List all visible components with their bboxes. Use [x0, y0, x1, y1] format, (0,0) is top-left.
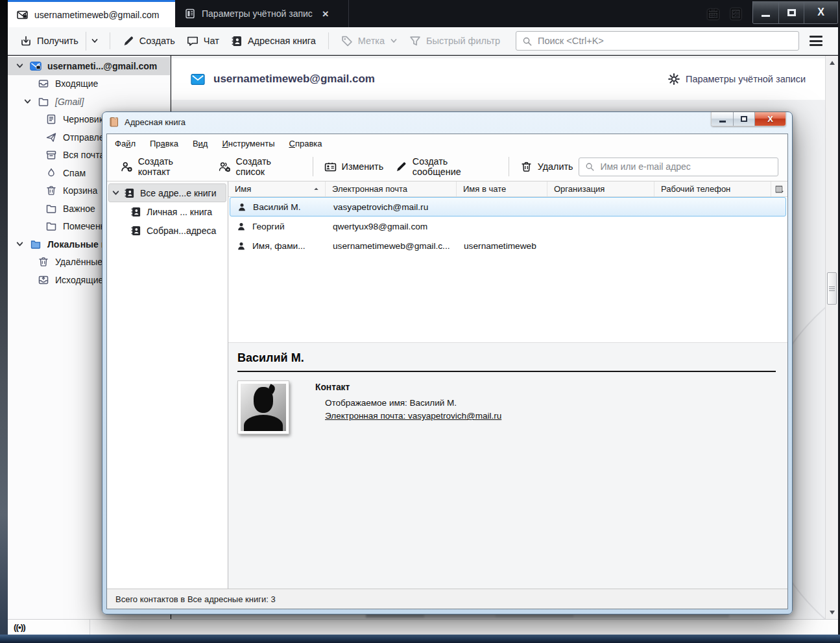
contact-cell [655, 236, 786, 255]
chevron-icon[interactable] [16, 62, 24, 70]
compose-label: Создать [139, 36, 175, 46]
chat-button[interactable]: Чат [181, 32, 225, 51]
contact-row[interactable]: Имя, фами...usernametimeweb@gmail.c...us… [230, 236, 786, 255]
abook-tree-item-all-books[interactable]: Все адре...е книги [108, 183, 226, 202]
sort-asc-icon [313, 185, 320, 193]
archive-icon [45, 150, 57, 160]
global-search-input[interactable] [536, 35, 793, 47]
tab-account-settings[interactable]: Параметры учётной запис× [175, 0, 349, 27]
trash-icon [38, 257, 49, 267]
settings-card-icon [184, 8, 196, 19]
chevron-icon[interactable] [23, 97, 32, 106]
tab-bar: usernametimeweb@gmail.comПараметры учётн… [8, 0, 838, 27]
sidebar-item-account[interactable]: usernameti...@gmail.com [8, 57, 170, 75]
sidebar-item-label: Помеченн [63, 221, 105, 231]
compose-button[interactable]: Создать [117, 32, 181, 51]
app-menu-button[interactable] [810, 36, 822, 46]
contact-detail-heading: Василий М. [237, 351, 776, 372]
contact-cell [549, 198, 656, 216]
contact-cell: Имя, фами... [230, 236, 326, 255]
scroll-up-arrow[interactable] [826, 57, 838, 68]
ab-close-button[interactable]: X [754, 112, 786, 126]
account-settings-link[interactable]: Параметры учётной записи [668, 73, 806, 85]
create-list-button[interactable]: Создать список [213, 152, 307, 181]
column-header-4[interactable]: Рабочий телефон [654, 181, 771, 196]
tab-label: usernametimeweb@gmail.com [34, 10, 159, 20]
ab-maximize-button[interactable] [733, 112, 754, 126]
tab-label: Параметры учётной запис [202, 8, 313, 19]
maximize-button[interactable] [778, 1, 804, 23]
sidebar-item-label: Спам [63, 168, 86, 178]
sidebar-item-label: [Gmail] [55, 97, 84, 107]
sidebar-item-gmail[interactable]: [Gmail] [8, 93, 170, 111]
window-frame-left [0, 0, 8, 643]
vertical-scrollbar[interactable] [825, 56, 838, 619]
column-picker-button[interactable] [771, 181, 787, 196]
contact-cell-text: qwertyux98@gmail.com [333, 222, 427, 231]
address-book-label: Адресная книга [248, 36, 316, 46]
tasks-icon[interactable] [730, 8, 742, 20]
contact-count-label: Всего контактов в Все адресные книги: 3 [115, 594, 276, 604]
abook-tree-item-personal-book[interactable]: Личная ... книга [108, 202, 226, 221]
menu-edit[interactable]: Правка [150, 139, 178, 148]
close-button[interactable]: X [804, 1, 837, 23]
tab-close-icon[interactable]: × [322, 8, 329, 19]
calendar-icon[interactable] [707, 8, 719, 20]
menu-tools[interactable]: Инструменты [222, 139, 274, 148]
sidebar-item-inbox[interactable]: Входящие [8, 75, 170, 93]
write-message-button[interactable]: Создать сообщение [389, 152, 503, 181]
abook-icon [130, 207, 141, 217]
window-controls: X [752, 1, 838, 24]
contact-search-input[interactable] [599, 161, 772, 172]
sidebar-item-label: Исходящие [55, 275, 103, 285]
contact-table-header: ИмяЭлектронная почтаИмя в чатеОрганизаци… [228, 181, 787, 197]
create-contact-button[interactable]: Создать контакт [115, 152, 213, 181]
get-mail-button[interactable]: Получить [14, 32, 84, 51]
address-book-button[interactable]: Адресная книга [225, 32, 322, 51]
sidebar-item-label: Вся почта [63, 150, 104, 160]
contact-cell [655, 216, 786, 236]
scrollbar-thumb[interactable] [827, 272, 837, 305]
scroll-down-arrow[interactable] [826, 607, 838, 618]
tab-mail[interactable]: usernametimeweb@gmail.com [8, 0, 175, 27]
chevron-icon[interactable] [16, 240, 24, 248]
menu-file[interactable]: Файл [115, 139, 136, 148]
sidebar-item-label: Черновик [63, 114, 103, 124]
delete-button[interactable]: Удалить [514, 158, 579, 176]
column-header-0[interactable]: Имя [228, 181, 325, 196]
contact-row[interactable]: Василий М.vasyapetrovich@mail.ru [230, 197, 786, 216]
column-header-3[interactable]: Организация [547, 181, 654, 196]
contact-avatar [237, 380, 289, 434]
minimize-button[interactable] [753, 1, 778, 23]
edit-button[interactable]: Изменить [318, 158, 390, 176]
online-status-icon: ((•)) [14, 622, 25, 632]
contact-email-link[interactable]: Электронная почта: vasyapetrovich@mail.r… [325, 411, 501, 421]
chevron-down-icon [390, 37, 398, 45]
menu-view[interactable]: Вид [193, 139, 208, 148]
column-header-label: Организация [554, 184, 605, 194]
sidebar-item-label: Удалённые [55, 257, 102, 267]
button-label: Изменить [342, 161, 384, 172]
sidebar-item-label: Корзина [63, 185, 97, 196]
inbox-icon [38, 78, 49, 89]
column-header-1[interactable]: Электронная почта [325, 181, 456, 196]
online-status[interactable]: ((•)) [8, 620, 90, 635]
spam-icon [45, 168, 57, 178]
contact-cell: vasyapetrovich@mail.ru [327, 198, 458, 216]
get-mail-dropdown[interactable] [86, 32, 103, 51]
column-header-2[interactable]: Имя в чате [456, 181, 547, 196]
abook-tree-item-collected-addresses[interactable]: Собран...адреса [108, 221, 226, 240]
folder-blue-icon [30, 239, 42, 250]
chevron-icon[interactable] [112, 189, 120, 197]
tree-item-label: Все адре...е книги [140, 188, 217, 198]
address-book-titlebar[interactable]: Адресная книга [102, 112, 792, 132]
contact-row[interactable]: Георгийqwertyux98@gmail.com [230, 216, 786, 236]
ab-minimize-button[interactable] [712, 112, 733, 126]
menu-help[interactable]: Справка [289, 139, 322, 148]
contact-cell [457, 216, 548, 236]
get-mail-split-button: Получить [14, 32, 103, 51]
tag-button[interactable]: Метка [335, 32, 403, 51]
contact-cell: usernametimeweb [457, 236, 548, 255]
quick-filter-button[interactable]: Быстрый фильтр [403, 32, 506, 51]
pencil-icon [395, 161, 407, 172]
